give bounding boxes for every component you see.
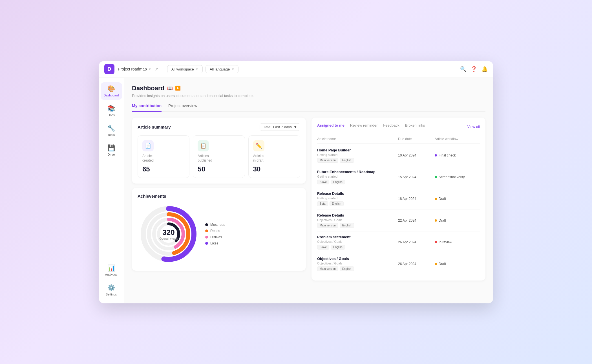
page-title-row: Dashboard 📖 ▶️ (132, 85, 485, 92)
workflow-label: Draft (439, 219, 446, 222)
workflow-status: Final check (435, 153, 480, 157)
sidebar-item-drive[interactable]: 💾 Drive (101, 142, 122, 159)
language-filter-label: All language (210, 67, 230, 71)
main-layout: 🎨 Dashboard 📚 Docs 🔧 Tools 💾 Drive 📊 Ana… (99, 78, 493, 303)
tag: English (331, 245, 345, 250)
due-date: 26 Apr 2024 (398, 240, 435, 244)
sidebar-item-settings[interactable]: ⚙️ Settings (101, 281, 122, 299)
due-date: 10 Apr 2024 (398, 153, 435, 157)
settings-icon: ⚙️ (107, 284, 115, 292)
article-tags: Main versionEnglish (317, 158, 398, 163)
workflow-status: In review (435, 240, 480, 244)
donut-chart: 320 Overall views (138, 203, 200, 265)
sidebar-item-analytics[interactable]: 📊 Analytics (101, 262, 122, 279)
help-icon[interactable]: ❓ (471, 66, 477, 72)
status-dot (435, 219, 437, 222)
language-filter[interactable]: All language ▼ (206, 65, 238, 73)
workspace-filter-label: All workspace (171, 67, 194, 71)
col-article-name: Article name (317, 137, 398, 141)
view-all-link[interactable]: View all (467, 125, 480, 129)
workflow-status: Draft (435, 197, 480, 201)
legend-item-dislikes: Dislikes (205, 235, 225, 239)
legend: Most read Reads Dislikes (205, 223, 225, 245)
article-category: Objectives / Goals (317, 218, 398, 222)
table-row: Problem Statement Objectives / Goals Sla… (317, 231, 480, 253)
table-row: Home Page Builder Getting started Main v… (317, 145, 480, 166)
table-row: Objectives / Goals Objectives / Goals Ma… (317, 253, 480, 275)
donut-center: 320 Overall views (159, 228, 178, 240)
workflow-label: Final check (439, 153, 456, 157)
tab-feedback[interactable]: Feedback (383, 123, 399, 130)
search-icon[interactable]: 🔍 (460, 66, 466, 72)
workspace-filter[interactable]: All workspace ▼ (167, 65, 203, 73)
tab-my-contribution[interactable]: My contribution (132, 103, 162, 112)
date-filter-label: Date: (263, 125, 271, 129)
stat-card-created: 📄 Articlescreated 65 (138, 135, 189, 178)
article-name: Objectives / Goals (317, 257, 398, 261)
assigned-table-card: Assigned to me Review reminder Feedback … (312, 118, 485, 281)
dashboard-tabs: My contribution Project overview (132, 103, 485, 112)
right-tabs: Assigned to me Review reminder Feedback … (317, 123, 425, 130)
tab-assigned[interactable]: Assigned to me (317, 123, 344, 130)
tab-project-overview[interactable]: Project overview (168, 103, 197, 112)
workflow-label: Draft (439, 262, 446, 266)
app-container: D Project roadmap ▼ ↗ All workspace ▼ Al… (99, 61, 493, 303)
achievements-title: Achievements (138, 194, 300, 198)
sidebar-item-docs[interactable]: 📚 Docs (101, 102, 122, 120)
table-header: Article name Due date Article workflow (317, 135, 480, 144)
article-name: Problem Statement (317, 235, 398, 239)
col-workflow: Article workflow (435, 137, 480, 141)
col-due-date: Due date (398, 137, 435, 141)
notification-icon[interactable]: 🔔 (481, 66, 488, 72)
tab-broken[interactable]: Broken links (405, 123, 425, 130)
reads-label: Reads (210, 229, 220, 233)
reads-dot (205, 230, 208, 232)
book-icon[interactable]: 📖 (167, 85, 173, 91)
sidebar-label-dashboard: Dashboard (104, 94, 119, 97)
sidebar-label-analytics: Analytics (105, 273, 117, 276)
legend-item-most-read: Most read (205, 223, 225, 227)
status-dot (435, 263, 437, 265)
tag: Main version (317, 158, 338, 163)
sidebar: 🎨 Dashboard 📚 Docs 🔧 Tools 💾 Drive 📊 Ana… (99, 78, 124, 303)
article-summary-card: Article summary Date: Last 7 days ▼ 📄 Ar… (132, 118, 306, 184)
external-link-icon[interactable]: ↗ (155, 67, 158, 71)
date-filter-value: Last 7 days (273, 125, 292, 129)
stat-card-published: 📋 Articlespublished 50 (193, 135, 245, 178)
page-title-icons: 📖 ▶️ (167, 85, 181, 91)
tools-icon: 🔧 (107, 125, 115, 132)
achievements-card: Achievements (132, 188, 306, 271)
top-bar: D Project roadmap ▼ ↗ All workspace ▼ Al… (99, 61, 493, 78)
project-selector[interactable]: Project roadmap ▼ (118, 67, 151, 71)
legend-item-reads: Reads (205, 229, 225, 233)
article-name: Future Enhancements / Roadmap (317, 170, 398, 174)
published-value: 50 (198, 165, 240, 173)
article-category: Objectives / Goals (317, 262, 398, 265)
article-summary-header: Article summary Date: Last 7 days ▼ (138, 123, 300, 131)
app-logo: D (104, 64, 114, 74)
sidebar-label-tools: Tools (108, 133, 115, 136)
workflow-status: Screenshot verify (435, 175, 480, 179)
created-value: 65 (142, 165, 185, 173)
likes-label: Likes (210, 241, 218, 245)
sidebar-item-dashboard[interactable]: 🎨 Dashboard (101, 82, 122, 100)
article-category: Getting started (317, 197, 398, 200)
workflow-status: Draft (435, 262, 480, 266)
published-label: Articlespublished (198, 154, 240, 163)
article-tags: BetaEnglish (317, 201, 398, 206)
article-info: Home Page Builder Getting started Main v… (317, 148, 398, 163)
play-icon[interactable]: ▶️ (175, 85, 181, 91)
article-tags: Main versionEnglish (317, 223, 398, 228)
due-date: 15 Apr 2024 (398, 175, 435, 179)
date-filter[interactable]: Date: Last 7 days ▼ (260, 123, 300, 131)
tag: Slave (317, 245, 329, 250)
docs-icon: 📚 (107, 105, 115, 112)
sidebar-item-tools[interactable]: 🔧 Tools (101, 122, 122, 139)
workspace-arrow-icon: ▼ (196, 68, 198, 71)
workflow-label: Draft (439, 197, 446, 201)
due-date: 26 Apr 2024 (398, 262, 435, 266)
article-name: Release Details (317, 191, 398, 196)
tab-review[interactable]: Review reminder (350, 123, 378, 130)
workflow-status: Draft (435, 219, 480, 222)
table-row: Future Enhancements / Roadmap Getting st… (317, 166, 480, 188)
